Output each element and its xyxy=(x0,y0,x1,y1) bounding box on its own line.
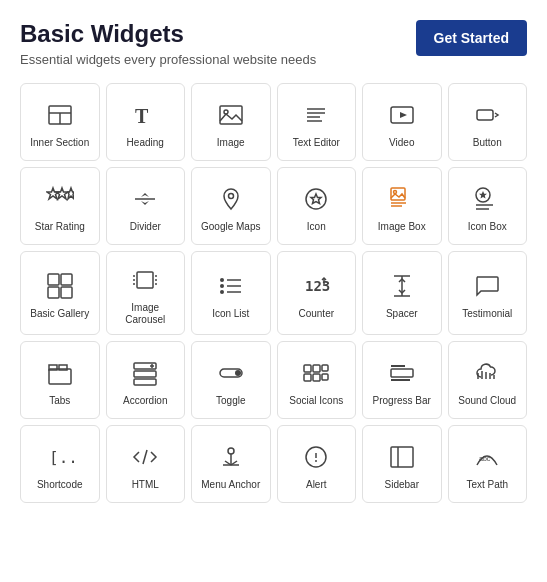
svg-rect-4 xyxy=(220,106,242,124)
svg-marker-18 xyxy=(141,201,149,205)
sound-cloud-icon xyxy=(473,357,501,389)
widget-card-image[interactable]: Image xyxy=(191,83,271,161)
image-carousel-label: Image Carousel xyxy=(113,302,179,326)
icon-list-label: Icon List xyxy=(212,308,249,320)
widget-card-icon[interactable]: Icon xyxy=(277,167,357,245)
svg-point-61 xyxy=(235,370,241,376)
svg-text:[...]: [...] xyxy=(49,448,74,467)
widget-card-tabs[interactable]: Tabs xyxy=(20,341,100,419)
divider-icon xyxy=(131,183,159,215)
widget-card-star-rating[interactable]: Star Rating xyxy=(20,167,100,245)
image-carousel-icon xyxy=(131,264,159,296)
video-label: Video xyxy=(389,137,414,149)
text-editor-icon xyxy=(302,99,330,131)
accordion-label: Accordion xyxy=(123,395,167,407)
svg-text:T: T xyxy=(135,105,149,127)
widget-card-text-path[interactable]: abcText Path xyxy=(448,425,528,503)
svg-marker-27 xyxy=(479,191,487,199)
social-icons-icon xyxy=(302,357,330,389)
sidebar-label: Sidebar xyxy=(385,479,419,491)
widget-card-image-box[interactable]: Image Box xyxy=(362,167,442,245)
svg-marker-17 xyxy=(141,193,149,197)
spacer-icon xyxy=(388,270,416,302)
svg-point-45 xyxy=(220,290,224,294)
widget-card-testimonial[interactable]: Testimonial xyxy=(448,251,528,335)
svg-text:abc: abc xyxy=(479,455,491,462)
svg-point-43 xyxy=(220,284,224,288)
svg-point-74 xyxy=(228,448,234,454)
widget-card-video[interactable]: Video xyxy=(362,83,442,161)
svg-rect-82 xyxy=(391,447,413,467)
svg-line-73 xyxy=(143,450,147,464)
icon-label: Icon xyxy=(307,221,326,233)
svg-marker-11 xyxy=(400,112,407,118)
widget-card-button[interactable]: Button xyxy=(448,83,528,161)
basic-gallery-icon xyxy=(46,270,74,302)
widget-card-inner-section[interactable]: Inner Section xyxy=(20,83,100,161)
spacer-label: Spacer xyxy=(386,308,418,320)
widget-card-google-maps[interactable]: Google Maps xyxy=(191,167,271,245)
widget-grid: Inner SectionTHeadingImageText EditorVid… xyxy=(20,83,527,503)
svg-marker-15 xyxy=(68,188,74,199)
widget-card-basic-gallery[interactable]: Basic Gallery xyxy=(20,251,100,335)
widget-card-counter[interactable]: 123Counter xyxy=(277,251,357,335)
widget-card-icon-box[interactable]: Icon Box xyxy=(448,167,528,245)
alert-label: Alert xyxy=(306,479,327,491)
alert-icon xyxy=(302,441,330,473)
widget-card-text-editor[interactable]: Text Editor xyxy=(277,83,357,161)
get-started-button[interactable]: Get Started xyxy=(416,20,527,56)
svg-rect-65 xyxy=(313,374,320,381)
widget-card-toggle[interactable]: Toggle xyxy=(191,341,271,419)
image-label: Image xyxy=(217,137,245,149)
accordion-icon xyxy=(131,357,159,389)
image-box-label: Image Box xyxy=(378,221,426,233)
html-label: HTML xyxy=(132,479,159,491)
widget-card-menu-anchor[interactable]: Menu Anchor xyxy=(191,425,271,503)
menu-anchor-label: Menu Anchor xyxy=(201,479,260,491)
widget-card-image-carousel[interactable]: Image Carousel xyxy=(106,251,186,335)
divider-label: Divider xyxy=(130,221,161,233)
svg-text:123: 123 xyxy=(305,278,330,294)
text-editor-label: Text Editor xyxy=(293,137,340,149)
widget-card-html[interactable]: HTML xyxy=(106,425,186,503)
widget-card-sidebar[interactable]: Sidebar xyxy=(362,425,442,503)
svg-rect-52 xyxy=(49,369,71,384)
svg-rect-53 xyxy=(49,365,57,370)
menu-anchor-icon xyxy=(217,441,245,473)
widget-card-heading[interactable]: THeading xyxy=(106,83,186,161)
button-icon xyxy=(473,99,501,131)
text-path-icon: abc xyxy=(473,441,501,473)
html-icon xyxy=(131,441,159,473)
svg-rect-64 xyxy=(304,374,311,381)
widget-card-progress-bar[interactable]: Progress Bar xyxy=(362,341,442,419)
icon-box-label: Icon Box xyxy=(468,221,507,233)
svg-rect-62 xyxy=(304,365,311,372)
svg-rect-67 xyxy=(322,374,328,380)
svg-point-19 xyxy=(228,194,233,199)
svg-rect-54 xyxy=(59,365,67,370)
button-label: Button xyxy=(473,137,502,149)
widget-card-accordion[interactable]: Accordion xyxy=(106,341,186,419)
svg-rect-30 xyxy=(48,274,59,285)
heading-icon: T xyxy=(131,99,159,131)
widget-card-spacer[interactable]: Spacer xyxy=(362,251,442,335)
widget-card-divider[interactable]: Divider xyxy=(106,167,186,245)
social-icons-label: Social Icons xyxy=(289,395,343,407)
progress-bar-label: Progress Bar xyxy=(373,395,431,407)
sound-cloud-label: Sound Cloud xyxy=(458,395,516,407)
svg-rect-68 xyxy=(391,369,413,377)
svg-point-41 xyxy=(220,278,224,282)
google-maps-label: Google Maps xyxy=(201,221,260,233)
widget-card-social-icons[interactable]: Social Icons xyxy=(277,341,357,419)
svg-rect-33 xyxy=(61,287,72,298)
widget-card-sound-cloud[interactable]: Sound Cloud xyxy=(448,341,528,419)
video-icon xyxy=(388,99,416,131)
svg-marker-14 xyxy=(56,188,68,199)
widget-card-icon-list[interactable]: Icon List xyxy=(191,251,271,335)
tabs-label: Tabs xyxy=(49,395,70,407)
svg-point-23 xyxy=(393,191,396,194)
page-header: Basic Widgets Essential widgets every pr… xyxy=(20,20,527,67)
widget-card-shortcode[interactable]: [...]Shortcode xyxy=(20,425,100,503)
shortcode-icon: [...] xyxy=(46,441,74,473)
widget-card-alert[interactable]: Alert xyxy=(277,425,357,503)
